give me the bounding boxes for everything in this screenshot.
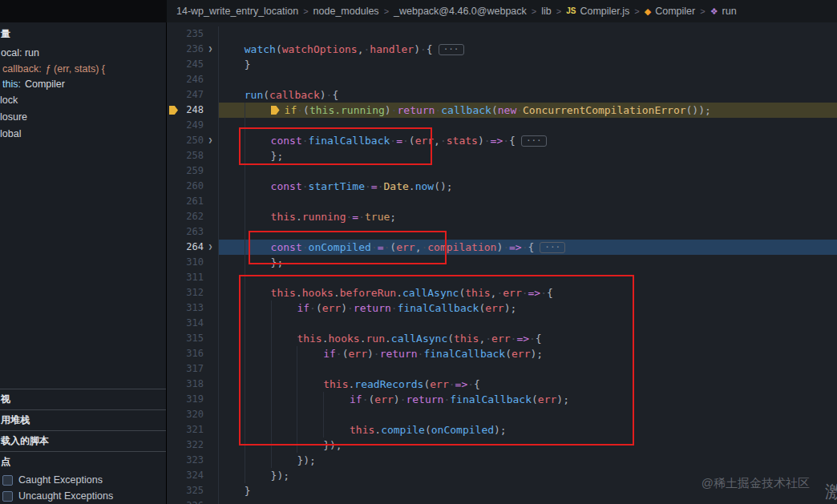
code-line-264[interactable]: 264❯const·onCompiled·=·(err,·compilation…	[167, 240, 837, 255]
gutter[interactable]: 264❯	[167, 240, 218, 255]
breadcrumb-item[interactable]: Compiler.js	[580, 6, 629, 17]
code-token: {	[536, 331, 542, 346]
gutter[interactable]: 262	[167, 209, 218, 224]
code-line-310[interactable]: 310};	[167, 255, 837, 270]
breadcrumb-item[interactable]: _webpack@4.46.0@webpack	[394, 6, 527, 17]
code-line-245[interactable]: 245}	[167, 57, 837, 72]
sidebar-section-header[interactable]: 点	[0, 451, 166, 472]
code-line-246[interactable]: 246	[167, 72, 837, 87]
code-line-315[interactable]: 315this.hooks.run.callAsync(this,·err·=>…	[167, 331, 837, 346]
fold-chevron-icon[interactable]: ❯	[204, 240, 217, 255]
scope-item[interactable]: lock	[0, 92, 166, 109]
code-line-316[interactable]: 316if·(err)·return·finalCallback(err);	[167, 346, 837, 361]
code-line-258[interactable]: 258};	[167, 148, 837, 163]
scope-local-run[interactable]: ocal: run	[0, 45, 166, 62]
code-line-312[interactable]: 312this.hooks.beforeRun.callAsync(this,·…	[167, 285, 837, 300]
code-line-321[interactable]: 321this.compile(onCompiled);	[167, 422, 837, 437]
gutter[interactable]: 235	[167, 26, 218, 42]
gutter[interactable]: 326	[167, 498, 218, 504]
code-line-323[interactable]: 323});	[167, 453, 837, 468]
gutter[interactable]: 321	[167, 422, 218, 437]
variable-row[interactable]: callback:ƒ (err, stats) {	[0, 62, 166, 77]
code-line-320[interactable]: 320	[167, 407, 837, 422]
gutter[interactable]: 315	[167, 331, 218, 346]
scope-item[interactable]: losure	[0, 109, 166, 126]
gutter[interactable]: 247	[167, 87, 218, 103]
class-file-icon: ◆	[645, 7, 651, 16]
code-line-317[interactable]: 317	[167, 361, 837, 377]
gutter[interactable]: 250❯	[167, 133, 218, 148]
gutter[interactable]: 324	[167, 468, 218, 483]
gutter[interactable]: 259	[167, 163, 218, 179]
folded-code-badge[interactable]: ···	[439, 44, 464, 55]
code-token: {	[547, 285, 553, 300]
sidebar-section-header[interactable]: 载入的脚本	[0, 430, 166, 451]
code-line-235[interactable]: 235	[167, 26, 837, 42]
folded-code-badge[interactable]: ···	[540, 242, 565, 253]
gutter[interactable]: 319	[167, 392, 218, 407]
breadcrumb-item[interactable]: run	[722, 6, 737, 17]
gutter[interactable]: 325	[167, 483, 218, 498]
code-token: (	[423, 377, 430, 392]
gutter[interactable]: 261	[167, 194, 218, 209]
code-editor[interactable]: 235236❯watch(watchOptions,·handler)·{···…	[167, 22, 837, 504]
code-token: .	[322, 331, 329, 346]
code-line-326[interactable]: 326	[167, 498, 837, 504]
code-line-259[interactable]: 259	[167, 163, 837, 179]
checkbox-icon[interactable]	[2, 491, 13, 502]
code-line-318[interactable]: 318this.readRecords(err·=>·{	[167, 377, 837, 392]
gutter[interactable]: 311	[167, 270, 218, 285]
code-line-249[interactable]: 249	[167, 118, 837, 133]
gutter[interactable]: 317	[167, 361, 218, 377]
code-line-261[interactable]: 261	[167, 194, 837, 209]
code-line-311[interactable]: 311	[167, 270, 837, 285]
code-line-314[interactable]: 314	[167, 316, 837, 331]
code-line-260[interactable]: 260const·startTime·=·Date.now();	[167, 179, 837, 194]
gutter[interactable]: 320	[167, 407, 218, 422]
code-line-313[interactable]: 313if·(err)·return·finalCallback(err);	[167, 300, 837, 316]
gutter[interactable]: 314	[167, 316, 218, 331]
gutter[interactable]: 248	[167, 103, 218, 118]
gutter[interactable]: 260	[167, 179, 218, 194]
sidebar-section-header[interactable]: 用堆栈	[0, 409, 166, 430]
code-line-262[interactable]: 262this.running·=·true;	[167, 209, 837, 224]
code-line-247[interactable]: 247run(callback)·{	[167, 87, 837, 103]
gutter[interactable]: 249	[167, 118, 218, 133]
fold-chevron-icon[interactable]: ❯	[204, 42, 217, 57]
scope-item[interactable]: lobal	[0, 126, 166, 143]
code-line-263[interactable]: 263	[167, 224, 837, 240]
code-token: ·	[365, 179, 371, 194]
gutter[interactable]: 236❯	[167, 42, 218, 57]
line-number: 245	[174, 57, 204, 72]
sidebar-section-header[interactable]: 视	[0, 389, 166, 409]
gutter[interactable]: 245	[167, 57, 218, 72]
breadcrumb-item[interactable]: 14-wp_write_entry_location	[176, 6, 298, 17]
code-token: if	[350, 392, 362, 407]
code-line-250[interactable]: 250❯const·finalCallback·=·(err,·stats)·=…	[167, 133, 837, 148]
gutter[interactable]: 316	[167, 346, 218, 361]
code-line-248[interactable]: 248if·(this.running)·return·callback(new…	[167, 103, 837, 118]
fold-chevron-icon[interactable]: ❯	[204, 133, 217, 148]
breakpoint-option[interactable]: Uncaught Exceptions	[0, 488, 166, 504]
gutter[interactable]: 312	[167, 285, 218, 300]
gutter[interactable]: 310	[167, 255, 218, 270]
variable-row[interactable]: this:Compiler	[0, 77, 166, 92]
gutter[interactable]: 322	[167, 437, 218, 453]
gutter[interactable]: 318	[167, 377, 218, 392]
folded-code-badge[interactable]: ···	[521, 135, 547, 147]
breakpoint-option[interactable]: Caught Exceptions	[0, 472, 166, 488]
code-line-236[interactable]: 236❯watch(watchOptions,·handler)·{···	[167, 42, 837, 57]
gutter[interactable]: 258	[167, 148, 218, 163]
code-line-322[interactable]: 322});	[167, 437, 837, 453]
breadcrumb-item[interactable]: lib	[541, 6, 552, 17]
gutter[interactable]: 313	[167, 300, 218, 316]
breadcrumb-item[interactable]: Compiler	[655, 6, 695, 17]
code-line-319[interactable]: 319if·(err)·return·finalCallback(err);	[167, 392, 837, 407]
gutter[interactable]: 246	[167, 72, 218, 87]
gutter[interactable]: 263	[167, 224, 218, 240]
line-number: 235	[174, 26, 204, 42]
code-token: (	[409, 133, 415, 148]
gutter[interactable]: 323	[167, 453, 218, 468]
checkbox-icon[interactable]	[2, 475, 13, 486]
breadcrumb-item[interactable]: node_modules	[313, 6, 379, 17]
